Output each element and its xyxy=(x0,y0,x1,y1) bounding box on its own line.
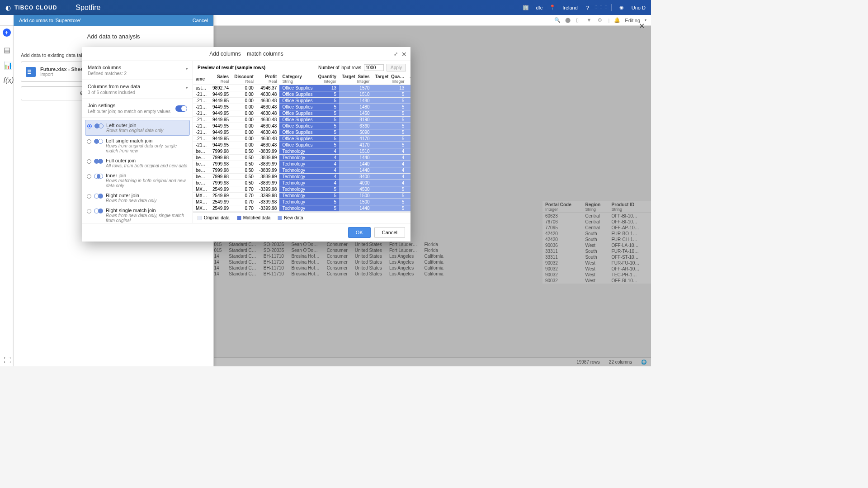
apps-icon[interactable]: ⋮⋮⋮ xyxy=(598,4,605,11)
fx-panel-icon[interactable]: f(x) xyxy=(4,76,10,83)
input-rows-field[interactable] xyxy=(364,64,384,71)
venn-icon xyxy=(94,194,103,199)
join-option[interactable]: Right outer join Rows from new data only xyxy=(85,190,190,205)
radio-icon xyxy=(87,194,91,199)
location-icon: 📍 xyxy=(549,4,556,11)
preview-table: ameSalesRealDiscountRealProfitRealCatego… xyxy=(193,73,410,212)
radio-icon xyxy=(87,139,91,144)
table-row[interactable]: -21…9449.950.004630.48Office Supplies563… xyxy=(193,123,410,129)
table-row[interactable]: MX…2549.990.70-3399.98Technology515005 xyxy=(193,193,410,199)
file-action: Import xyxy=(40,72,88,77)
table-row[interactable]: MX…2549.990.70-3399.98Technology545005 xyxy=(193,186,410,193)
radio-icon xyxy=(87,159,91,164)
help-icon[interactable]: ? xyxy=(584,4,591,11)
settings-icon[interactable]: ⚙ xyxy=(598,17,604,24)
venn-icon xyxy=(94,139,103,144)
preview-label: Preview of result (sample rows) xyxy=(198,65,265,70)
expand-icon[interactable]: ⤢ xyxy=(394,51,398,57)
mode-dropdown-icon[interactable]: ▾ xyxy=(645,18,646,22)
chevron-down-icon: ▾ xyxy=(186,85,188,90)
app-header: ◐ TIBCO CLOUD Spotfire 🏢 dfc 📍 Ireland ?… xyxy=(0,0,651,15)
flyout-title: Add data to analysis xyxy=(14,26,213,47)
search-icon[interactable]: 🔍 xyxy=(554,17,561,24)
table-row[interactable]: MX…2549.990.70-3399.98Technology515005 xyxy=(193,199,410,205)
radio-icon xyxy=(87,124,92,128)
file-name: Future.xlsx - Sheet1 xyxy=(40,66,88,72)
ok-button[interactable]: OK xyxy=(348,227,371,238)
venn-icon xyxy=(94,174,103,179)
flyout-cancel[interactable]: Cancel xyxy=(193,18,208,23)
flyout-breadcrumb: Add columns to 'Superstore' xyxy=(19,18,81,23)
table-row[interactable]: -21…9449.950.004630.48Office Supplies550… xyxy=(193,129,410,136)
match-columns-dialog: Add columns – match columns ⤢ ✕ Match co… xyxy=(82,47,410,242)
user-name[interactable]: Uno D xyxy=(632,5,646,10)
notification-icon[interactable]: 🔔 xyxy=(614,17,620,24)
input-rows-label: Number of input rows xyxy=(318,65,361,70)
section-join-settings: Join settings Left outer join; no match … xyxy=(82,99,193,118)
building-icon: 🏢 xyxy=(522,4,529,11)
join-option[interactable]: Inner join Rows matching in both origina… xyxy=(85,171,190,190)
file-icon xyxy=(26,67,36,77)
join-option[interactable]: Full outer join All rows, from both orig… xyxy=(85,156,190,171)
venn-icon xyxy=(94,208,103,214)
brand-area: ◐ TIBCO CLOUD Spotfire xyxy=(5,4,100,12)
table-row[interactable]: -21…9449.950.004630.48Office Supplies541… xyxy=(193,142,410,148)
join-option[interactable]: Right single match join Rows from new da… xyxy=(85,205,190,223)
mode-label[interactable]: Editing xyxy=(625,18,640,23)
table-row[interactable]: MX…2549.990.70-3399.98Technology514405 xyxy=(193,205,410,212)
table-row[interactable]: -21…9449.950.004630.48Office Supplies515… xyxy=(193,91,410,98)
table-row[interactable]: -21…9449.950.004630.48Office Supplies514… xyxy=(193,104,410,110)
tibco-logo-icon: ◐ xyxy=(5,4,11,11)
org-label[interactable]: dfc xyxy=(536,5,542,10)
table-row[interactable]: -21…9449.950.004630.48Office Supplies514… xyxy=(193,98,410,104)
close-icon[interactable]: ✕ xyxy=(401,51,407,58)
cancel-button[interactable]: Cancel xyxy=(374,227,405,238)
radio-icon xyxy=(87,174,91,179)
existing-label: Add data to existing data table: xyxy=(21,52,89,58)
table-row[interactable]: be…7999.980.50-3839.99Technology414404 xyxy=(193,161,410,167)
join-option[interactable]: Left outer join Rows from original data … xyxy=(85,120,190,136)
region-label[interactable]: Ireland xyxy=(562,5,578,10)
table-row[interactable]: be…7999.980.50-3839.99Technology440004 xyxy=(193,180,410,186)
find-icon[interactable]: ⛶ xyxy=(4,356,10,363)
join-settings-toggle[interactable] xyxy=(175,105,187,112)
table-row[interactable]: ast…9892.740.004946.37Office Supplies131… xyxy=(193,85,410,91)
legend: Original data Matched data New data xyxy=(193,212,410,223)
dialog-title: Add columns – match columns xyxy=(209,51,283,57)
settings-pane: Match columns Defined matches: 2 ▾ Colum… xyxy=(82,61,193,223)
section-new-columns[interactable]: Columns from new data 3 of 6 columns inc… xyxy=(82,80,193,99)
preview-pane: Preview of result (sample rows) Number o… xyxy=(193,61,410,223)
venn-icon xyxy=(94,159,103,164)
radio-icon xyxy=(87,209,91,213)
table-row[interactable]: be…7999.980.50-3839.99Technology415104 xyxy=(193,148,410,155)
filter-icon[interactable]: ▼ xyxy=(587,17,593,24)
add-button[interactable]: + xyxy=(3,28,11,37)
left-rail: + ▤ 📊 f(x) ⛶ xyxy=(0,26,14,366)
venn-icon xyxy=(94,123,104,129)
table-row[interactable]: be…7999.980.50-3839.99Technology484004 xyxy=(193,174,410,180)
viz-panel-icon[interactable]: 📊 xyxy=(4,61,10,67)
product-name: Spotfire xyxy=(69,4,100,12)
data-panel-icon[interactable]: ▤ xyxy=(4,46,10,52)
table-row[interactable]: -21…9449.950.004630.48Office Supplies514… xyxy=(193,110,410,117)
join-option[interactable]: Left single match join Rows from origina… xyxy=(85,136,190,156)
table-row[interactable]: be…7999.980.50-3839.99Technology414404 xyxy=(193,167,410,174)
chevron-down-icon: ▾ xyxy=(186,66,188,71)
table-row[interactable]: be…7999.980.50-3839.99Technology414404 xyxy=(193,155,410,161)
apply-button[interactable]: Apply xyxy=(387,64,406,71)
table-row[interactable]: -21…9449.950.004630.48Office Supplies581… xyxy=(193,117,410,123)
brand-name: TIBCO CLOUD xyxy=(14,5,57,11)
tag-icon[interactable]: ⬤ xyxy=(565,17,571,24)
user-avatar-icon[interactable]: ◉ xyxy=(618,4,625,11)
section-match-columns[interactable]: Match columns Defined matches: 2 ▾ xyxy=(82,61,193,80)
bookmark-icon[interactable]: ▯ xyxy=(576,17,582,24)
table-row[interactable]: -21…9449.950.004630.48Office Supplies541… xyxy=(193,136,410,142)
